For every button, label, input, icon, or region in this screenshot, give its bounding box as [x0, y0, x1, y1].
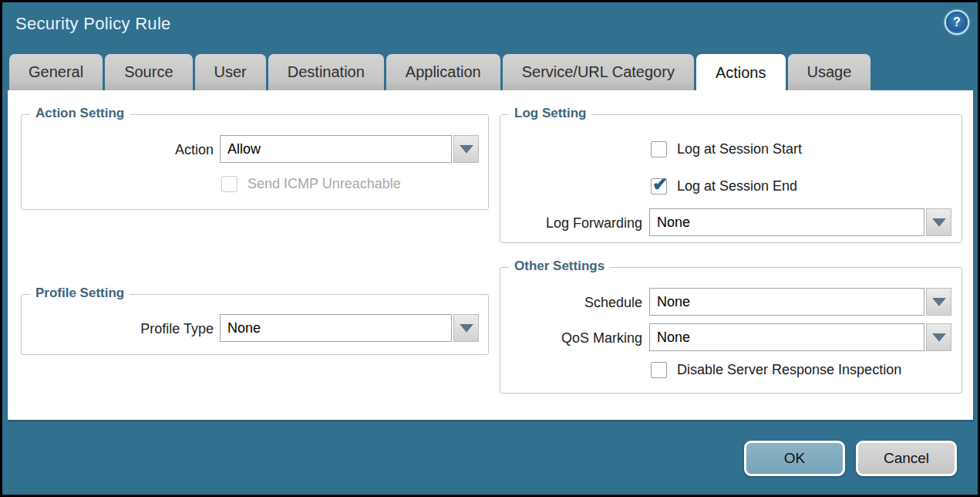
qos-marking-dropdown: None	[649, 323, 951, 351]
schedule-dropdown-trigger[interactable]	[926, 288, 951, 316]
action-dropdown-value[interactable]: Allow	[220, 135, 452, 163]
other-settings-legend: Other Settings	[509, 259, 610, 274]
profile-type-label: Profile Type	[29, 321, 214, 337]
disable-sri-checkbox-row: Disable Server Response Inspection	[651, 362, 901, 378]
send-icmp-unreachable-label: Send ICMP Unreachable	[248, 176, 401, 192]
log-session-start-label: Log at Session Start	[677, 141, 802, 157]
send-icmp-unreachable-checkbox[interactable]	[221, 176, 237, 192]
action-dropdown-trigger[interactable]	[453, 135, 479, 163]
chevron-down-icon	[932, 298, 946, 306]
log-session-start-checkbox-row: Log at Session Start	[651, 141, 802, 157]
chevron-down-icon	[932, 333, 946, 342]
tab-usage[interactable]: Usage	[788, 54, 871, 90]
profile-type-dropdown: None	[220, 314, 479, 342]
disable-sri-label: Disable Server Response Inspection	[677, 362, 901, 378]
tab-content-panel: Action Setting Action Allow Send ICMP Un…	[8, 90, 973, 420]
send-icmp-unreachable-checkbox-row: Send ICMP Unreachable	[221, 176, 401, 192]
tab-actions[interactable]: Actions	[696, 54, 786, 91]
log-session-end-checkbox[interactable]: ✔	[651, 178, 667, 194]
log-session-end-label: Log at Session End	[677, 178, 797, 194]
help-icon: ?	[953, 16, 961, 29]
schedule-label: Schedule	[457, 295, 642, 311]
tab-user[interactable]: User	[195, 54, 266, 90]
ok-button[interactable]: OK	[744, 441, 845, 476]
tab-general[interactable]: General	[9, 54, 103, 90]
log-session-start-checkbox[interactable]	[651, 141, 667, 157]
help-button[interactable]: ?	[946, 12, 968, 33]
log-forwarding-dropdown: None	[649, 208, 951, 236]
check-icon: ✔	[652, 175, 668, 194]
schedule-dropdown: None	[649, 288, 951, 316]
qos-marking-dropdown-trigger[interactable]	[926, 323, 951, 351]
schedule-dropdown-value[interactable]: None	[649, 288, 924, 316]
log-session-end-checkbox-row: ✔ Log at Session End	[651, 178, 797, 194]
security-policy-rule-dialog: Security Policy Rule ? General Source Us…	[0, 0, 980, 497]
log-forwarding-dropdown-trigger[interactable]	[926, 208, 951, 236]
qos-marking-dropdown-value[interactable]: None	[649, 323, 924, 351]
chevron-down-icon	[460, 145, 473, 154]
cancel-button[interactable]: Cancel	[856, 441, 957, 476]
profile-type-dropdown-value[interactable]: None	[220, 314, 452, 342]
tab-destination[interactable]: Destination	[268, 54, 384, 90]
disable-sri-checkbox[interactable]	[651, 362, 667, 378]
profile-setting-legend: Profile Setting	[30, 286, 130, 301]
log-forwarding-dropdown-value[interactable]: None	[649, 208, 924, 236]
chevron-down-icon	[932, 218, 946, 227]
tab-source[interactable]: Source	[105, 54, 192, 90]
action-label: Action	[29, 142, 214, 158]
qos-marking-label: QoS Marking	[457, 330, 642, 347]
dialog-title: Security Policy Rule	[15, 14, 171, 34]
log-forwarding-label: Log Forwarding	[457, 215, 642, 232]
log-setting-legend: Log Setting	[509, 106, 591, 121]
tab-application[interactable]: Application	[386, 54, 500, 90]
tab-service-url-category[interactable]: Service/URL Category	[503, 54, 694, 90]
action-setting-legend: Action Setting	[30, 106, 130, 121]
tab-bar: General Source User Destination Applicat…	[9, 54, 871, 91]
action-dropdown: Allow	[220, 135, 479, 163]
